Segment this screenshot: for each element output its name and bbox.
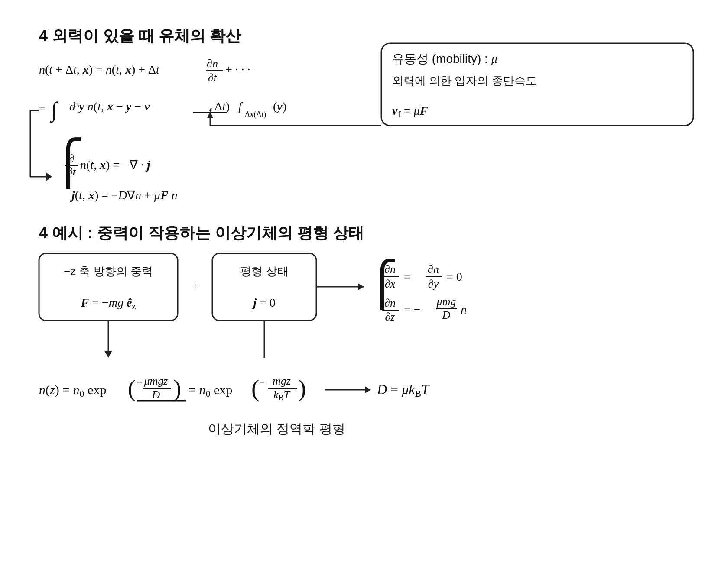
eq2-subscript: Δx(Δt): [245, 110, 266, 119]
eq2-equals: =: [39, 102, 46, 115]
arrow-into-bracket: [46, 172, 52, 181]
sys-eq1-numerator: ∂: [69, 152, 75, 165]
section2-title: 4 예시 : 중력이 작용하는 이상기체의 평형 상태: [39, 224, 364, 242]
frac1-num: μmgz: [144, 375, 168, 387]
eq1-denominator: ∂t: [208, 71, 217, 84]
rhs-eq2-eq: = −: [404, 303, 421, 316]
info-line1: 유동성 (mobility) : μ: [392, 52, 497, 65]
frac1-neg: −: [136, 377, 143, 389]
eq2-rest: d³y n(t, x − y − v: [69, 100, 150, 113]
eq2-f: f: [238, 100, 243, 113]
sys-eq1-denominator: ∂t: [67, 165, 76, 178]
eq2-y: (y): [273, 100, 286, 113]
frac2-den: kBT: [273, 389, 291, 402]
rhs-eq2-fracden: D: [442, 309, 451, 321]
rhs-eq2-den: ∂z: [385, 311, 395, 323]
box2-line1: 평형 상태: [240, 265, 288, 278]
box2: [212, 253, 316, 321]
frac2-neg: −: [259, 377, 265, 389]
box1: [39, 253, 178, 321]
big-paren-open-2: (: [251, 375, 259, 402]
rhs-eq2-n: n: [461, 303, 467, 316]
eq1-numerator: ∂n: [207, 57, 218, 70]
box2-line2: j = 0: [251, 296, 276, 309]
frac2-num: mgz: [273, 375, 291, 387]
rhs-eq1-den1: ∂x: [385, 278, 396, 290]
big-paren-open-1: (: [128, 375, 136, 402]
rhs-eq2-num: ∂n: [384, 297, 396, 309]
eq1-dots: + · · ·: [225, 63, 250, 76]
arrow-down-head: [104, 351, 112, 358]
info-line3: vf = μF: [392, 104, 428, 120]
bottom-label: 이상기체의 정역학 평형: [208, 421, 345, 436]
eq2-integral: ∫: [50, 97, 58, 123]
page: 4 외력이 있을 때 유체의 확산 n(t + Δt, x) = n(t, x)…: [0, 0, 728, 570]
eq1-left: n(t + Δt, x) = n(t, x) + Δt: [39, 63, 160, 76]
rhs-eq2-fracnum: μmg: [436, 295, 456, 308]
frac1-den: D: [152, 389, 160, 401]
sys-eq1-rest: n(t, x) = −∇ · j: [80, 158, 150, 172]
rhs-eq1-zero: = 0: [446, 270, 462, 283]
info-line2: 외력에 의한 입자의 종단속도: [392, 74, 537, 87]
arrowhead-right-1: [358, 283, 364, 290]
bottom-eq-left: n(z) = n0 exp: [39, 382, 106, 399]
eq2-delta: Δt): [214, 100, 230, 113]
box1-line1: −z 축 방향의 중력: [64, 265, 153, 278]
result-eq: D = μkBT: [377, 382, 430, 399]
big-paren-close-2: ): [298, 375, 306, 402]
big-bracket: ⎧: [52, 137, 84, 189]
rhs-eq1-num1: ∂n: [384, 263, 396, 275]
arrow-to-result-head: [365, 386, 371, 393]
big-paren-close-1: ): [173, 375, 181, 402]
section1-title: 4 외력이 있을 때 유체의 확산: [39, 27, 241, 45]
eq-middle: = n0 exp: [188, 382, 232, 399]
rhs-eq1-eq1: =: [404, 270, 411, 283]
rhs-eq1-den2: ∂y: [428, 278, 439, 290]
box1-line2: F = −mg êz: [81, 296, 136, 311]
rhs-eq1-num2: ∂n: [428, 263, 439, 275]
plus-sign: +: [191, 276, 199, 294]
sys-eq2: j(t, x) = −D∇n + μF n: [70, 188, 178, 202]
